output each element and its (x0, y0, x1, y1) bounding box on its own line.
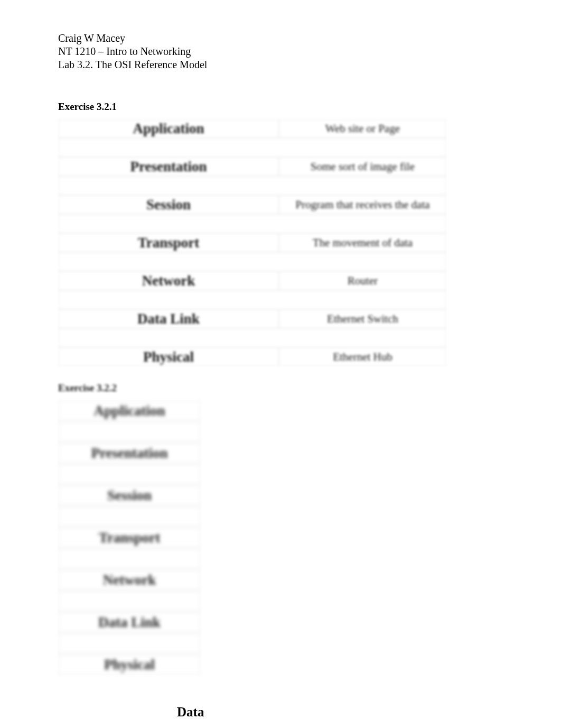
layer-example: The movement of data (313, 236, 413, 249)
table-row: Session Program that receives the data (58, 195, 446, 214)
osi-example-table: Application Web site or Page Presentatio… (58, 119, 446, 366)
osi-layers-table: Application Presentation Session Transpo… (58, 400, 201, 675)
table-row: Session (58, 485, 201, 506)
table-row: Application (58, 400, 201, 421)
layer-name: Data Link (98, 614, 161, 630)
layer-example: Ethernet Switch (327, 312, 398, 325)
exercise-1-title: Exercise 3.2.1 (58, 101, 503, 113)
layer-name: Network (142, 273, 195, 289)
exercise-2-title: Exercise 3.2.2 (58, 382, 503, 394)
layer-name: Application (94, 403, 165, 419)
layer-name: Presentation (91, 445, 168, 461)
table-row: Network (58, 569, 201, 591)
layer-example: Program that receives the data (295, 198, 429, 211)
layer-name: Network (103, 572, 156, 588)
author-name: Craig W Macey (58, 32, 503, 45)
table-row: Transport (58, 527, 201, 548)
pdu-header: Data (177, 705, 503, 720)
table-row: Data Link (58, 612, 201, 633)
course-title: NT 1210 – Intro to Networking (58, 45, 503, 58)
layer-example: Some sort of image file (311, 160, 415, 173)
table-row: Network Router (58, 271, 446, 290)
table-row: Physical Ethernet Hub (58, 347, 446, 366)
layer-name: Session (146, 197, 191, 213)
layer-name: Physical (143, 349, 194, 365)
table-row: Physical (58, 654, 201, 675)
layer-name: Application (133, 121, 204, 136)
layer-name: Physical (104, 657, 155, 672)
table-row: Presentation (58, 443, 201, 464)
table-row: Application Web site or Page (58, 119, 446, 138)
table-row: Transport The movement of data (58, 233, 446, 252)
layer-name: Session (107, 487, 152, 503)
layer-name: Transport (138, 235, 200, 251)
layer-example: Web site or Page (325, 122, 400, 135)
layer-name: Transport (99, 530, 161, 546)
layer-example: Router (348, 274, 378, 287)
lab-title: Lab 3.2. The OSI Reference Model (58, 58, 503, 71)
layer-example: Ethernet Hub (333, 351, 392, 363)
layer-name: Presentation (130, 159, 207, 174)
table-row: Presentation Some sort of image file (58, 157, 446, 176)
table-row: Data Link Ethernet Switch (58, 309, 446, 328)
layer-name: Data Link (137, 311, 200, 327)
